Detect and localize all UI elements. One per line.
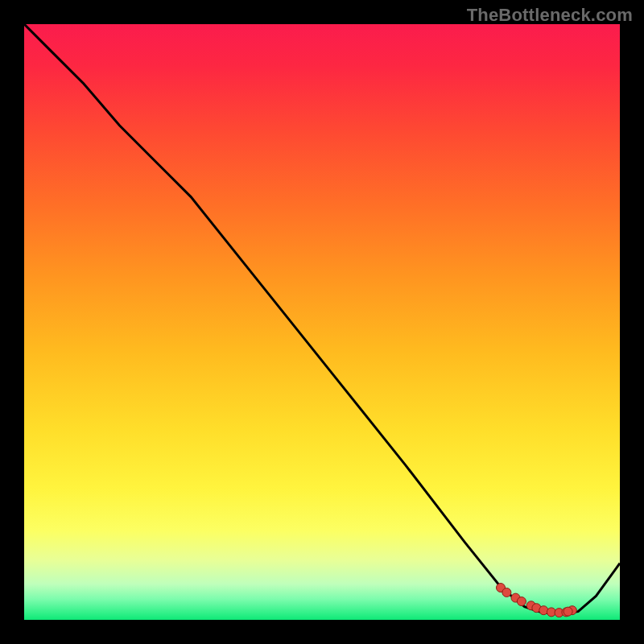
chart-svg bbox=[24, 24, 620, 620]
chart-container: TheBottleneck.com bbox=[0, 0, 644, 644]
plot-area bbox=[24, 24, 620, 620]
watermark-text: TheBottleneck.com bbox=[467, 5, 633, 26]
optimal-point-marker bbox=[564, 607, 572, 616]
optimal-point-marker bbox=[502, 588, 511, 597]
optimal-point-marker bbox=[517, 597, 526, 606]
gradient-background bbox=[24, 24, 620, 620]
